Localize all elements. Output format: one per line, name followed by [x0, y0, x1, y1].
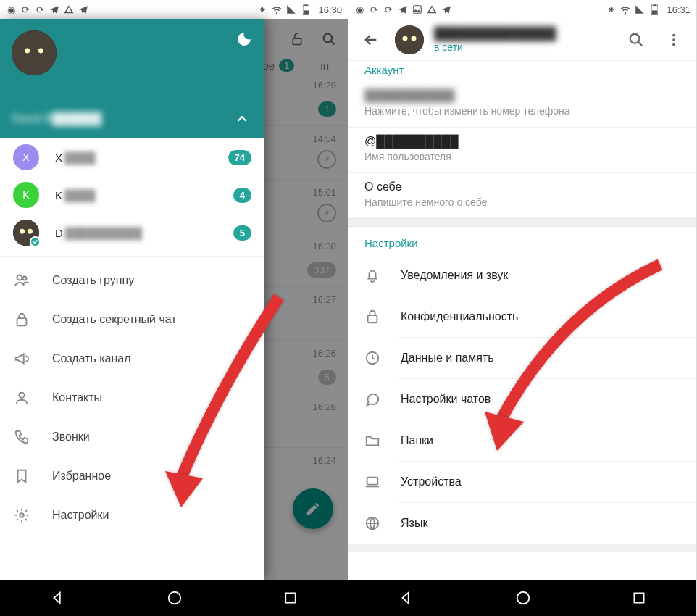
- settings-devices[interactable]: Устройства: [348, 462, 696, 502]
- bookmark-icon: [13, 468, 30, 484]
- warning-icon: [64, 4, 74, 14]
- menu-create-secret-chat[interactable]: Создать секретный чат: [0, 300, 264, 339]
- chat-icon: [364, 391, 380, 407]
- settings-header: ██████████████ в сети: [348, 19, 696, 61]
- laptop-icon: [364, 474, 380, 490]
- menu-calls[interactable]: Звонки: [0, 417, 264, 457]
- account-row[interactable]: D██████████ 5: [0, 214, 264, 251]
- svg-point-5: [17, 275, 22, 280]
- telegram-icon: [441, 4, 451, 14]
- menu-contacts[interactable]: Контакты: [0, 378, 264, 417]
- shield-icon: ◉: [354, 4, 364, 14]
- menu-create-group[interactable]: Создать группу: [0, 261, 264, 300]
- bluetooth-icon: ⁕: [606, 4, 616, 14]
- telegram-icon: [78, 4, 88, 14]
- profile-avatar[interactable]: [395, 25, 424, 54]
- check-icon: [30, 236, 41, 247]
- section-account-label: Аккаунт: [348, 61, 696, 82]
- svg-point-9: [20, 513, 24, 517]
- status-time: 16:31: [667, 4, 690, 15]
- settings-folders[interactable]: Папки: [348, 420, 696, 461]
- sync-icon: ⟳: [383, 4, 393, 14]
- svg-rect-11: [285, 593, 295, 602]
- signal-icon: [635, 4, 645, 14]
- home-icon[interactable]: [167, 590, 183, 606]
- back-icon[interactable]: [50, 590, 66, 606]
- svg-rect-14: [654, 4, 656, 6]
- back-icon[interactable]: [398, 590, 414, 606]
- svg-rect-15: [652, 10, 657, 14]
- account-avatar: [13, 220, 39, 246]
- sync-icon: ⟳: [20, 4, 30, 14]
- shield-icon: ◉: [6, 4, 16, 14]
- settings-privacy[interactable]: Конфиденциальность: [348, 296, 696, 337]
- telegram-icon: [49, 4, 59, 14]
- back-icon[interactable]: [357, 26, 385, 54]
- profile-avatar[interactable]: [12, 30, 57, 75]
- svg-point-18: [672, 38, 675, 41]
- menu-saved-messages[interactable]: Избранное: [0, 457, 264, 496]
- bio-row[interactable]: О себе Напишите немного о себе: [348, 173, 696, 218]
- status-bar: ◉ ⟳ ⟳ ⁕ 16:30: [0, 0, 348, 19]
- home-icon[interactable]: [515, 590, 531, 606]
- svg-point-24: [517, 592, 530, 604]
- wifi-icon: [272, 4, 282, 14]
- online-status: в сети: [434, 41, 612, 53]
- night-mode-icon[interactable]: [235, 30, 253, 48]
- more-icon[interactable]: [660, 26, 688, 54]
- recent-icon[interactable]: [632, 591, 646, 605]
- svg-rect-22: [367, 478, 378, 485]
- svg-rect-2: [304, 10, 309, 14]
- chevron-up-icon[interactable]: [234, 111, 250, 127]
- signal-icon: [286, 4, 296, 14]
- svg-point-19: [672, 43, 675, 46]
- svg-rect-20: [368, 315, 377, 322]
- android-nav-bar: [348, 580, 696, 616]
- group-icon: [13, 272, 30, 289]
- settings-data[interactable]: Данные и память: [348, 338, 696, 378]
- username-row[interactable]: @██████████ Имя пользователя: [348, 128, 696, 173]
- battery-icon: [301, 4, 311, 14]
- unread-badge: 74: [228, 150, 251, 165]
- settings-language[interactable]: Язык: [348, 503, 696, 544]
- battery-icon: [649, 4, 659, 14]
- settings-chat[interactable]: Настройки чатов: [348, 379, 696, 420]
- svg-rect-1: [305, 4, 308, 6]
- svg-point-6: [23, 277, 27, 280]
- lock-icon: [364, 309, 380, 325]
- status-bar: ◉ ⟳ ⟳ ⁕ 16:31: [348, 0, 696, 19]
- bell-icon: [364, 267, 380, 283]
- lock-icon: [13, 312, 30, 328]
- bluetooth-icon: ⁕: [257, 4, 267, 14]
- megaphone-icon: [13, 351, 30, 367]
- sync-icon: ⟳: [35, 4, 45, 14]
- phone-row[interactable]: ███████████ Нажмите, чтобы изменить номе…: [348, 82, 696, 128]
- phone-icon: [13, 429, 30, 445]
- image-icon: [412, 4, 422, 14]
- svg-point-8: [19, 393, 24, 398]
- svg-rect-7: [17, 318, 27, 325]
- android-nav-bar: [0, 580, 348, 616]
- settings-notifications[interactable]: Уведомления и звук: [348, 255, 696, 296]
- telegram-icon: [398, 4, 408, 14]
- phone-left: ◉ ⟳ ⟳ ⁕ 16:30 ичное 1 in 16:291 1: [0, 0, 348, 616]
- unread-badge: 5: [233, 225, 251, 241]
- navigation-drawer: David B██████ X X████ 74 K K████ 4 D████…: [0, 19, 264, 580]
- svg-point-17: [672, 33, 675, 36]
- account-row[interactable]: X X████ 74: [0, 138, 264, 176]
- profile-name: ██████████████: [434, 27, 612, 41]
- person-icon: [13, 390, 30, 406]
- recent-icon[interactable]: [283, 591, 298, 605]
- search-icon[interactable]: [622, 26, 650, 54]
- settings-scroll[interactable]: Аккаунт ███████████ Нажмите, чтобы измен…: [348, 61, 696, 580]
- account-row[interactable]: K K████ 4: [0, 176, 264, 214]
- folder-icon: [364, 433, 380, 449]
- menu-settings[interactable]: Настройки: [0, 496, 264, 535]
- menu-create-channel[interactable]: Создать канал: [0, 339, 264, 378]
- drawer-header[interactable]: David B██████: [0, 19, 264, 138]
- svg-point-10: [169, 592, 181, 604]
- globe-icon: [364, 515, 380, 531]
- warning-icon: [427, 4, 437, 14]
- account-avatar: X: [13, 144, 39, 170]
- section-settings-label: Настройки: [348, 227, 696, 255]
